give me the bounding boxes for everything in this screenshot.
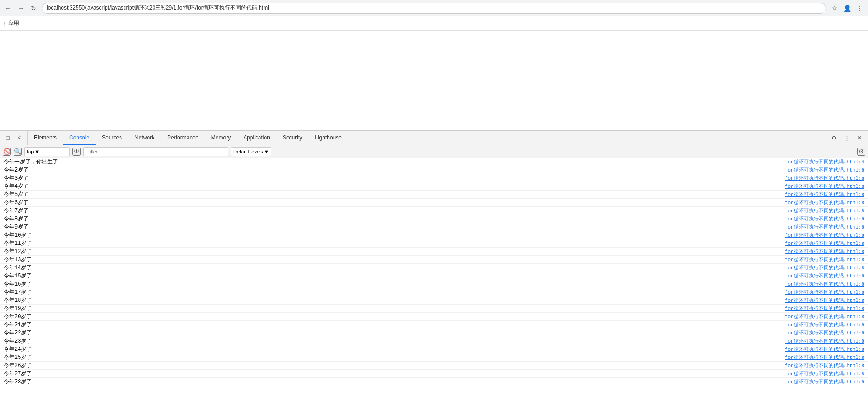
console-row: 今年27岁了for循环可执行不同的代码.html:8	[0, 370, 868, 378]
more-tools-button[interactable]: ⋮	[842, 133, 852, 143]
device-mode-button[interactable]: ⎗	[14, 133, 24, 143]
console-row: 今年16岁了for循环可执行不同的代码.html:8	[0, 280, 868, 288]
console-source-link[interactable]: for循环可执行不同的代码.html:8	[785, 281, 864, 287]
console-row: 今年3岁了for循环可执行不同的代码.html:8	[0, 174, 868, 182]
forward-button[interactable]: →	[16, 4, 25, 13]
console-row: 今年22岁了for循环可执行不同的代码.html:8	[0, 329, 868, 337]
apps-label: 应用	[8, 19, 19, 27]
console-row: 今年6岁了for循环可执行不同的代码.html:8	[0, 199, 868, 207]
console-source-link[interactable]: for循环可执行不同的代码.html:8	[785, 207, 864, 214]
console-message: 今年21岁了	[4, 321, 32, 329]
console-row: 今年11岁了for循环可执行不同的代码.html:8	[0, 239, 868, 248]
console-source-link[interactable]: for循环可执行不同的代码.html:8	[785, 321, 864, 328]
tab-network[interactable]: Network	[128, 131, 161, 145]
console-source-link[interactable]: for循环可执行不同的代码.html:8	[785, 305, 864, 312]
console-source-link[interactable]: for循环可执行不同的代码.html:8	[785, 346, 864, 353]
console-source-link[interactable]: for循环可执行不同的代码.html:8	[785, 370, 864, 377]
console-message: 今年9岁了	[4, 223, 29, 231]
clear-console-button[interactable]: 🚫	[3, 148, 11, 156]
menu-button[interactable]: ⋮	[855, 4, 864, 13]
console-row: 今年2岁了for循环可执行不同的代码.html:8	[0, 166, 868, 174]
console-source-link[interactable]: for循环可执行不同的代码.html:8	[785, 338, 864, 344]
tab-security[interactable]: Security	[276, 131, 309, 145]
console-row: 今年26岁了for循环可执行不同的代码.html:8	[0, 362, 868, 370]
devtools-tabs-bar: □ ⎗ Elements Console Sources Network Per…	[0, 131, 868, 145]
profile-button[interactable]: 👤	[843, 4, 852, 13]
filter-icon[interactable]: 🔍	[14, 148, 22, 156]
console-source-link[interactable]: for循环可执行不同的代码.html:4	[785, 158, 864, 165]
console-source-link[interactable]: for循环可执行不同的代码.html:8	[785, 297, 864, 304]
console-message: 今年7岁了	[4, 207, 29, 215]
console-row: 今年7岁了for循环可执行不同的代码.html:8	[0, 207, 868, 215]
console-message: 今年13岁了	[4, 256, 32, 263]
close-devtools-button[interactable]: ✕	[854, 133, 864, 143]
reload-button[interactable]: ↻	[29, 4, 38, 13]
tab-sources[interactable]: Sources	[96, 131, 128, 145]
console-source-link[interactable]: for循环可执行不同的代码.html:8	[785, 199, 864, 206]
console-message: 今年11岁了	[4, 239, 32, 247]
console-message: 今年8岁了	[4, 215, 29, 223]
console-message: 今年5岁了	[4, 191, 29, 198]
tab-memory[interactable]: Memory	[205, 131, 237, 145]
console-message: 今年6岁了	[4, 199, 29, 206]
console-source-link[interactable]: for循环可执行不同的代码.html:8	[785, 313, 864, 320]
console-message: 今年一岁了，你出生了	[4, 158, 58, 166]
console-source-link[interactable]: for循环可执行不同的代码.html:8	[785, 256, 864, 263]
console-settings-button[interactable]: ⚙	[857, 148, 865, 156]
console-message: 今年3岁了	[4, 174, 29, 182]
console-source-link[interactable]: for循环可执行不同的代码.html:8	[785, 215, 864, 222]
settings-button[interactable]: ⚙	[829, 133, 839, 143]
console-row: 今年21岁了for循环可执行不同的代码.html:8	[0, 321, 868, 329]
console-message: 今年26岁了	[4, 362, 32, 369]
console-source-link[interactable]: for循环可执行不同的代码.html:8	[785, 167, 864, 173]
back-button[interactable]: ←	[4, 4, 13, 13]
tab-elements[interactable]: Elements	[28, 131, 63, 145]
console-source-link[interactable]: for循环可执行不同的代码.html:8	[785, 330, 864, 336]
address-bar[interactable]	[42, 3, 826, 14]
console-message: 今年27岁了	[4, 370, 32, 377]
context-selector[interactable]: top ▼	[24, 147, 70, 156]
filter-input[interactable]	[83, 147, 228, 156]
log-levels-selector[interactable]: Default levels ▼	[231, 147, 271, 156]
console-message: 今年15岁了	[4, 272, 32, 280]
console-message: 今年25岁了	[4, 353, 32, 361]
tab-console[interactable]: Console	[63, 131, 96, 145]
console-row: 今年14岁了for循环可执行不同的代码.html:8	[0, 264, 868, 272]
console-source-link[interactable]: for循环可执行不同的代码.html:8	[785, 378, 864, 385]
console-message: 今年16岁了	[4, 280, 32, 288]
console-message: 今年23岁了	[4, 337, 32, 345]
console-source-link[interactable]: for循环可执行不同的代码.html:8	[785, 248, 864, 255]
console-source-link[interactable]: for循环可执行不同的代码.html:8	[785, 354, 864, 361]
console-toolbar: 🚫 🔍 top ▼ 👁 Default levels ▼ ⚙	[0, 145, 868, 158]
page-content-area	[0, 31, 868, 130]
console-message: 今年20岁了	[4, 313, 32, 320]
console-row: 今年5岁了for循环可执行不同的代码.html:8	[0, 191, 868, 199]
bookmark-button[interactable]: ☆	[830, 4, 839, 13]
console-message: 今年18岁了	[4, 296, 32, 304]
console-message: 今年14岁了	[4, 264, 32, 272]
console-source-link[interactable]: for循环可执行不同的代码.html:8	[785, 272, 864, 279]
console-source-link[interactable]: for循环可执行不同的代码.html:8	[785, 183, 864, 190]
console-source-link[interactable]: for循环可执行不同的代码.html:8	[785, 175, 864, 182]
console-source-link[interactable]: for循环可执行不同的代码.html:8	[785, 224, 864, 230]
inspect-element-button[interactable]: □	[3, 133, 13, 143]
browser-bar: ← → ↻ ☆ 👤 ⋮	[0, 0, 868, 16]
tab-lighthouse[interactable]: Lighthouse	[309, 131, 348, 145]
console-row: 今年13岁了for循环可执行不同的代码.html:8	[0, 256, 868, 264]
devtools-left-icons: □ ⎗	[0, 131, 28, 145]
tab-performance[interactable]: Performance	[161, 131, 205, 145]
console-source-link[interactable]: for循环可执行不同的代码.html:8	[785, 264, 864, 271]
console-source-link[interactable]: for循环可执行不同的代码.html:8	[785, 362, 864, 369]
console-source-link[interactable]: for循环可执行不同的代码.html:8	[785, 232, 864, 239]
apps-bar: ⁝ 应用	[0, 16, 868, 31]
console-source-link[interactable]: for循环可执行不同的代码.html:8	[785, 240, 864, 247]
console-toolbar-right: ⚙	[857, 148, 865, 156]
eye-icon[interactable]: 👁	[72, 148, 81, 156]
apps-grid-icon: ⁝	[4, 20, 5, 27]
console-row: 今年28岁了for循环可执行不同的代码.html:8	[0, 378, 868, 386]
context-dropdown-icon: ▼	[34, 149, 39, 154]
tab-application[interactable]: Application	[237, 131, 276, 145]
console-source-link[interactable]: for循环可执行不同的代码.html:8	[785, 191, 864, 198]
console-source-link[interactable]: for循环可执行不同的代码.html:8	[785, 289, 864, 296]
console-row: 今年15岁了for循环可执行不同的代码.html:8	[0, 272, 868, 280]
